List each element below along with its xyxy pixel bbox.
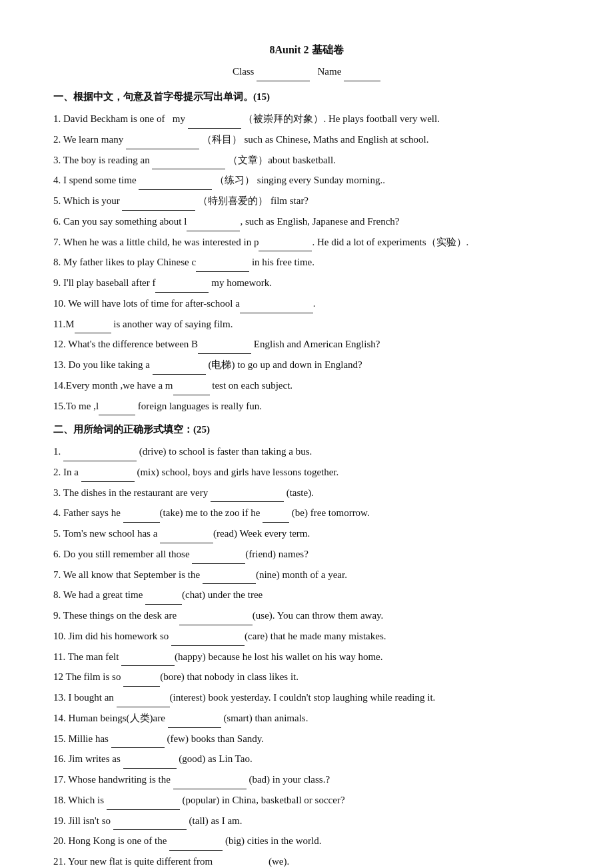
section2-header: 二、用所给词的正确形式填空：(25): [53, 421, 560, 439]
q1-5: 5. Which is your （特别喜爱的） film star?: [53, 191, 560, 211]
q1-9: 9. I'll play baseball after f my homewor…: [53, 273, 560, 293]
section1-questions: 1. David Beckham is one of my （被崇拜的对象）. …: [53, 109, 560, 415]
q1-11: 11.M is another way of saying film.: [53, 315, 560, 334]
q1-7: 7. When he was a little child, he was in…: [53, 233, 560, 252]
q1-3: 3. The boy is reading an （文章）about baske…: [53, 151, 560, 170]
q1-15: 15.To me ,l foreign languages is really …: [53, 397, 560, 416]
q1-2: 2. We learn many （科目） such as Chinese, M…: [53, 130, 560, 149]
q1-10: 10. We will have lots of time for after-…: [53, 294, 560, 313]
section2-questions: 1. (drive) to school is faster than taki…: [53, 442, 560, 868]
q2-15: 15. Millie has (few) books than Sandy.: [53, 729, 560, 749]
q1-8: 8. My father likes to play Chinese c in …: [53, 253, 560, 272]
q2-3: 3. The dishes in the restaurant are very…: [53, 483, 560, 503]
q2-19: 19. Jill isn't so (tall) as I am.: [53, 811, 560, 831]
q2-4: 4. Father says he (take) me to the zoo i…: [53, 503, 560, 523]
q2-1: 1. (drive) to school is faster than taki…: [53, 442, 560, 461]
q2-6: 6. Do you still remember all those (frie…: [53, 545, 560, 564]
class-label: Class: [233, 66, 255, 77]
q1-13: 13. Do you like taking a (电梯) to go up a…: [53, 355, 560, 375]
q2-11: 11. The man felt (happy) because he lost…: [53, 647, 560, 667]
page-title: 8Aunit 2 基础卷: [53, 40, 560, 60]
q2-13: 13. I bought an (interest) book yesterda…: [53, 688, 560, 707]
q2-17: 17. Whose handwriting is the (bad) in yo…: [53, 770, 560, 789]
q2-9: 9. These things on the desk are (use). Y…: [53, 606, 560, 625]
q2-2: 2. In a (mix) school, boys and girls hav…: [53, 463, 560, 482]
q1-4: 4. I spend some time （练习） singing every …: [53, 171, 560, 190]
q2-16: 16. Jim writes as (good) as Lin Tao.: [53, 749, 560, 769]
q2-14: 14. Human beings(人类)are (smart) than ani…: [53, 709, 560, 728]
name-label: Name: [317, 66, 341, 77]
q2-21: 21. Your new flat is quite different fro…: [53, 852, 560, 868]
q2-7: 7. We all know that September is the (ni…: [53, 565, 560, 585]
q1-1: 1. David Beckham is one of my （被崇拜的对象）. …: [53, 109, 560, 129]
q2-10: 10. Jim did his homework so (care) that …: [53, 627, 560, 646]
section1-header: 一、根据中文，句意及首字母提示写出单词。(15): [53, 88, 560, 107]
q2-5: 5. Tom's new school has a (read) Week ev…: [53, 524, 560, 543]
q1-6: 6. Can you say something about l , such …: [53, 212, 560, 231]
q1-12: 12. What's the difference between B Engl…: [53, 335, 560, 354]
q1-14: 14.Every month ,we have a m test on each…: [53, 376, 560, 395]
q2-18: 18. Which is (popular) in China, basketb…: [53, 791, 560, 810]
q2-20: 20. Hong Kong is one of the (big) cities…: [53, 831, 560, 851]
q2-8: 8. We had a great time (chat) under the …: [53, 585, 560, 605]
q2-12: 12 The film is so (bore) that nobody in …: [53, 667, 560, 687]
class-line: Class Name: [53, 63, 560, 82]
